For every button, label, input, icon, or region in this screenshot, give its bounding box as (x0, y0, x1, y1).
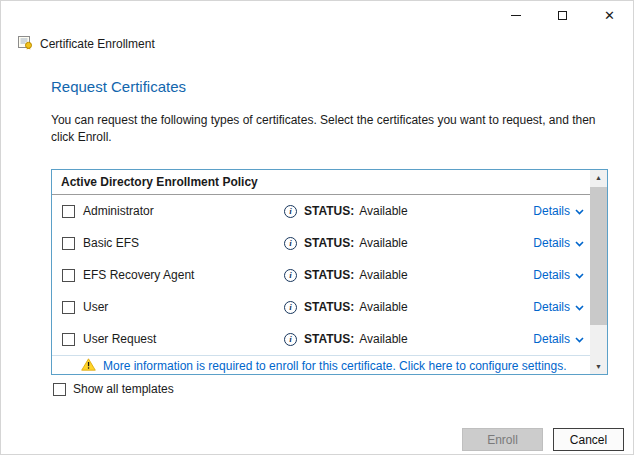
certificate-checkbox[interactable] (62, 237, 75, 250)
footer-buttons: Enroll Cancel (462, 428, 624, 451)
status-label: STATUS: (304, 236, 354, 250)
show-all-templates-label: Show all templates (73, 382, 174, 396)
details-label: Details (533, 332, 570, 346)
details-label: Details (533, 300, 570, 314)
app-title: Certificate Enrollment (40, 37, 155, 51)
chevron-down-icon (575, 204, 584, 218)
chevron-down-icon (575, 236, 584, 250)
status-label: STATUS: (304, 204, 354, 218)
status-label: STATUS: (304, 300, 354, 314)
info-icon: i (284, 205, 297, 218)
show-all-templates: Show all templates (53, 382, 174, 396)
details-link[interactable]: Details (533, 332, 584, 346)
certificate-status: i STATUS: Available (284, 236, 533, 250)
certificate-status: i STATUS: Available (284, 268, 533, 282)
enrollment-policy-list: Active Directory Enrollment Policy Admin… (51, 169, 608, 375)
status-value: Available (359, 268, 407, 282)
details-label: Details (533, 236, 570, 250)
warning-icon (81, 358, 96, 374)
close-button[interactable]: ✕ (586, 1, 633, 29)
info-icon: i (284, 269, 297, 282)
certificate-row: Administrator i STATUS: Available Detail… (52, 195, 590, 227)
scrollbar-thumb[interactable] (590, 187, 607, 325)
certificate-rows: Administrator i STATUS: Available Detail… (52, 195, 590, 355)
minimize-button[interactable] (492, 1, 539, 29)
close-icon: ✕ (604, 8, 615, 23)
chevron-down-icon (575, 300, 584, 314)
titlebar: ✕ (492, 1, 633, 29)
configure-settings-link[interactable]: More information is required to enroll f… (52, 355, 590, 375)
certificate-checkbox[interactable] (62, 269, 75, 282)
certificate-row-left: User (62, 300, 284, 314)
info-icon: i (284, 301, 297, 314)
certificate-name: EFS Recovery Agent (83, 268, 194, 282)
page-title: Request Certificates (51, 78, 186, 95)
policy-list-content: Active Directory Enrollment Policy Admin… (52, 170, 590, 374)
certificate-checkbox[interactable] (62, 333, 75, 346)
certificate-enrollment-icon (17, 34, 33, 53)
status-value: Available (359, 300, 407, 314)
status-value: Available (359, 204, 407, 218)
cancel-button[interactable]: Cancel (553, 428, 624, 451)
policy-group-header: Active Directory Enrollment Policy (52, 170, 590, 195)
certificate-row: User Request i STATUS: Available Details (52, 323, 590, 355)
status-label: STATUS: (304, 332, 354, 346)
certificate-checkbox[interactable] (62, 301, 75, 314)
scroll-down-button[interactable]: ▼ (590, 359, 607, 374)
certificate-checkbox[interactable] (62, 205, 75, 218)
maximize-button[interactable] (539, 1, 586, 29)
details-link[interactable]: Details (533, 300, 584, 314)
scrollbar-track[interactable] (590, 185, 607, 359)
enroll-button[interactable]: Enroll (462, 428, 543, 451)
certificate-row-left: EFS Recovery Agent (62, 268, 284, 282)
certificate-row: EFS Recovery Agent i STATUS: Available D… (52, 259, 590, 291)
scrollbar[interactable]: ▲ ▼ (590, 170, 607, 374)
warning-text: More information is required to enroll f… (103, 359, 567, 373)
certificate-row-left: Basic EFS (62, 236, 284, 250)
certificate-row: Basic EFS i STATUS: Available Details (52, 227, 590, 259)
certificate-status: i STATUS: Available (284, 204, 533, 218)
status-value: Available (359, 332, 407, 346)
details-link[interactable]: Details (533, 236, 584, 250)
certificate-name: Administrator (83, 204, 154, 218)
status-value: Available (359, 236, 407, 250)
chevron-down-icon (575, 332, 584, 346)
minimize-icon (511, 15, 521, 16)
maximize-icon (558, 11, 567, 20)
certificate-row-left: Administrator (62, 204, 284, 218)
certificate-status: i STATUS: Available (284, 300, 533, 314)
certificate-row-left: User Request (62, 332, 284, 346)
certificate-status: i STATUS: Available (284, 332, 533, 346)
page-description: You can request the following types of c… (51, 112, 601, 146)
details-label: Details (533, 268, 570, 282)
show-all-templates-checkbox[interactable] (53, 383, 66, 396)
details-link[interactable]: Details (533, 268, 584, 282)
chevron-down-icon (575, 268, 584, 282)
scroll-up-button[interactable]: ▲ (590, 170, 607, 185)
app-header: Certificate Enrollment (17, 34, 155, 53)
status-label: STATUS: (304, 268, 354, 282)
certificate-row: User i STATUS: Available Details (52, 291, 590, 323)
certificate-name: Basic EFS (83, 236, 139, 250)
info-icon: i (284, 333, 297, 346)
details-link[interactable]: Details (533, 204, 584, 218)
details-label: Details (533, 204, 570, 218)
info-icon: i (284, 237, 297, 250)
certificate-name: User (83, 300, 108, 314)
certificate-name: User Request (83, 332, 156, 346)
certificate-enrollment-window: ✕ Certificate Enrollment Request Certifi… (0, 0, 634, 455)
